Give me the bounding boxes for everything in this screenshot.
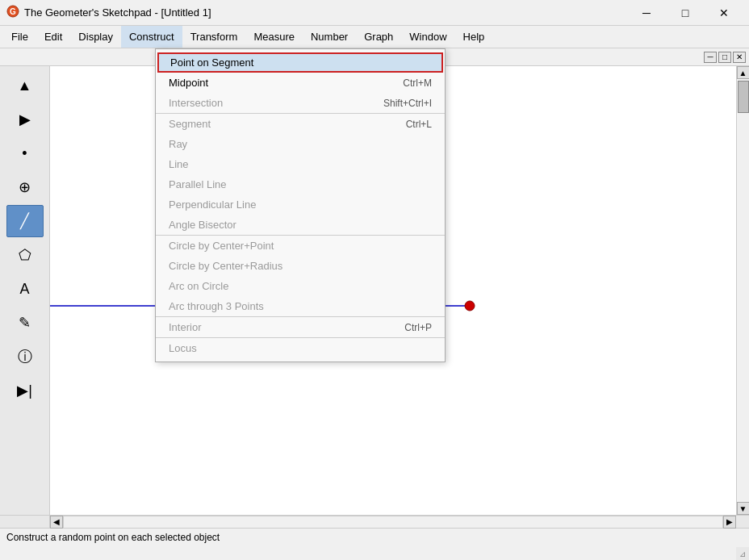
scroll-left-arrow[interactable]: ◀ [50, 516, 63, 529]
construct-item-4-0[interactable]: Locus [156, 338, 445, 358]
construct-item-0-2[interactable]: IntersectionShift+Ctrl+I [156, 93, 445, 113]
pen-tool[interactable]: ✎ [6, 307, 44, 339]
menu-item-edit[interactable]: Edit [36, 26, 70, 48]
construct-item-label-4-0: Locus [169, 342, 197, 354]
toolbar-bottom-spacer [0, 516, 50, 528]
close-button[interactable]: ✕ [705, 0, 743, 26]
info-tool[interactable]: ⓘ [6, 341, 44, 373]
construct-item-label-1-3: Parallel Line [169, 178, 227, 190]
status-bar: Construct a random point on each selecte… [0, 528, 749, 545]
construct-item-shortcut-3-0: Ctrl+P [404, 322, 432, 333]
construct-item-label-1-2: Line [169, 158, 189, 170]
scroll-down-arrow[interactable]: ▼ [737, 502, 750, 515]
bottom-scrollbar: ◀ ▶ [50, 516, 736, 528]
scroll-right-arrow[interactable]: ▶ [723, 516, 736, 529]
toolbar: ▲▶•⊕╱⬠A✎ⓘ▶| [0, 66, 50, 515]
construct-dropdown-menu: Point on SegmentMidpointCtrl+MIntersecti… [155, 48, 446, 362]
menu-bar: FileEditDisplayConstructTransformMeasure… [0, 26, 749, 48]
construct-item-2-2[interactable]: Arc on Circle [156, 276, 445, 296]
window-title: The Geometer's Sketchpad - [Untitled 1] [24, 6, 211, 19]
text-tool[interactable]: A [6, 273, 44, 305]
doc-restore-btn[interactable]: □ [718, 52, 731, 63]
construct-item-0-1[interactable]: MidpointCtrl+M [156, 73, 445, 93]
construct-section-1: SegmentCtrl+LRayLineParallel LinePerpend… [156, 113, 445, 235]
construct-item-label-1-1: Ray [169, 138, 187, 150]
scroll-thumb-vertical[interactable] [738, 81, 749, 113]
title-bar-controls: ─ □ ✕ [628, 0, 743, 26]
title-bar: G The Geometer's Sketchpad - [Untitled 1… [0, 0, 749, 26]
menu-item-help[interactable]: Help [455, 26, 493, 48]
construct-item-label-1-4: Perpendicular Line [169, 199, 256, 211]
construct-section-3: InteriorCtrl+P [156, 316, 445, 337]
construct-item-0-0[interactable]: Point on Segment [157, 52, 443, 73]
svg-text:G: G [10, 7, 16, 16]
construct-item-shortcut-0-1: Ctrl+M [403, 77, 432, 89]
arrow-tool[interactable]: ▲ [6, 69, 44, 102]
doc-win-controls: ─ □ ✕ [704, 52, 746, 63]
construct-item-1-4[interactable]: Perpendicular Line [156, 194, 445, 215]
construct-item-1-2[interactable]: Line [156, 154, 445, 174]
app-icon: G [6, 5, 19, 20]
scroll-track-vertical[interactable] [737, 79, 749, 502]
compass-tool[interactable]: ⊕ [6, 171, 44, 203]
menu-item-display[interactable]: Display [70, 26, 121, 48]
doc-close-btn[interactable]: ✕ [733, 52, 746, 63]
construct-item-shortcut-0-2: Shift+Ctrl+I [383, 98, 432, 109]
menu-item-window[interactable]: Window [401, 26, 454, 48]
construct-item-shortcut-1-0: Ctrl+L [406, 119, 432, 130]
construct-item-label-1-5: Angle Bisector [169, 219, 236, 231]
maximize-button[interactable]: □ [667, 0, 704, 26]
construct-item-label-0-2: Intersection [169, 97, 223, 109]
polygon-tool[interactable]: ⬠ [6, 239, 44, 271]
construct-item-label-2-0: Circle by Center+Point [169, 240, 274, 252]
construct-item-label-2-2: Arc on Circle [169, 280, 228, 292]
construct-item-2-3[interactable]: Arc through 3 Points [156, 296, 445, 316]
construct-item-label-2-3: Arc through 3 Points [169, 300, 264, 312]
resize-grip[interactable]: ⊿ [736, 547, 749, 560]
menu-item-number[interactable]: Number [303, 26, 356, 48]
construct-item-1-0[interactable]: SegmentCtrl+L [156, 114, 445, 134]
construct-section-4: Locus [156, 337, 445, 358]
construct-item-label-3-0: Interior [169, 321, 201, 333]
construct-item-label-2-1: Circle by Center+Radius [169, 260, 282, 272]
endpoint-point [465, 301, 475, 311]
point-tool[interactable]: • [6, 137, 44, 169]
more-tool[interactable]: ▶| [6, 374, 44, 407]
minimize-button[interactable]: ─ [628, 0, 665, 26]
arrow-right-tool[interactable]: ▶ [6, 103, 44, 136]
bottom-scroll-area: ◀ ▶ [0, 515, 749, 528]
construct-item-1-1[interactable]: Ray [156, 134, 445, 154]
scroll-track-horizontal[interactable] [63, 516, 723, 529]
scrollbar-corner [736, 516, 749, 528]
construct-item-label-0-1: Midpoint [169, 77, 208, 89]
segment-tool[interactable]: ╱ [6, 205, 44, 237]
construct-section-0: Point on SegmentMidpointCtrl+MIntersecti… [156, 52, 445, 113]
construct-item-label-0-0: Point on Segment [170, 56, 253, 69]
status-text: Construct a random point on each selecte… [6, 532, 220, 543]
menu-item-file[interactable]: File [3, 26, 36, 48]
title-bar-left: G The Geometer's Sketchpad - [Untitled 1… [6, 5, 211, 20]
construct-section-2: Circle by Center+PointCircle by Center+R… [156, 235, 445, 316]
construct-item-label-1-0: Segment [169, 118, 211, 130]
construct-item-3-0[interactable]: InteriorCtrl+P [156, 317, 445, 337]
right-scrollbar: ▲ ▼ [736, 66, 749, 515]
menu-item-construct[interactable]: Construct [121, 26, 182, 48]
construct-item-2-0[interactable]: Circle by Center+Point [156, 236, 445, 256]
doc-minimize-btn[interactable]: ─ [704, 52, 717, 63]
construct-item-1-5[interactable]: Angle Bisector [156, 215, 445, 235]
menu-item-measure[interactable]: Measure [245, 26, 303, 48]
menu-item-transform[interactable]: Transform [182, 26, 246, 48]
construct-item-2-1[interactable]: Circle by Center+Radius [156, 256, 445, 276]
menu-item-graph[interactable]: Graph [356, 26, 401, 48]
construct-item-1-3[interactable]: Parallel Line [156, 174, 445, 194]
scroll-up-arrow[interactable]: ▲ [737, 66, 750, 79]
